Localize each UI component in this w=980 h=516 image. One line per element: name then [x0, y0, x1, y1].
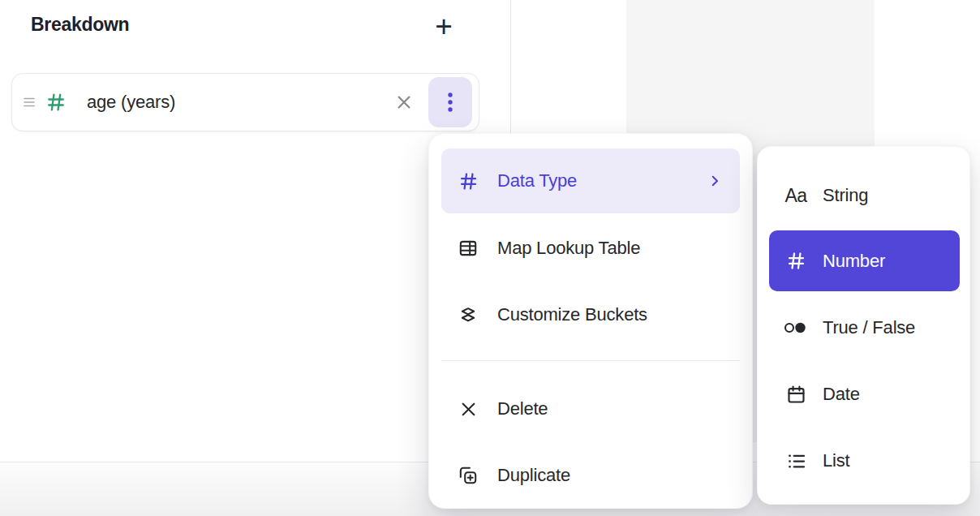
- hash-icon: [782, 250, 810, 272]
- hash-icon: [457, 170, 479, 192]
- add-breakdown-button[interactable]: +: [428, 8, 460, 44]
- submenu-item-number[interactable]: Number: [769, 230, 960, 291]
- field-options-kebab-button[interactable]: [428, 77, 472, 127]
- boolean-circles-icon: [782, 318, 810, 338]
- menu-item-label: Duplicate: [497, 465, 570, 486]
- submenu-item-date[interactable]: Date: [769, 362, 960, 427]
- remove-field-icon[interactable]: [393, 91, 415, 114]
- stack-icon: [457, 304, 479, 325]
- field-context-menu: Data Type Map Lookup Table: [428, 133, 753, 509]
- field-name-label: age (years): [87, 92, 175, 113]
- menu-item-label: Data Type: [497, 170, 577, 191]
- close-icon: [457, 399, 479, 419]
- menu-item-delete[interactable]: Delete: [441, 376, 740, 441]
- breakdown-field-row[interactable]: age (years): [11, 73, 479, 131]
- text-aa-icon: Aa: [782, 185, 810, 207]
- menu-item-label: Delete: [497, 398, 548, 419]
- calendar-icon: [782, 384, 810, 406]
- drag-handle-icon[interactable]: [23, 95, 36, 110]
- submenu-item-true-false[interactable]: True / False: [769, 295, 960, 360]
- submenu-item-label: Date: [823, 384, 860, 405]
- chevron-right-icon: [707, 174, 722, 188]
- table-icon: [457, 238, 479, 259]
- duplicate-icon: [457, 465, 479, 486]
- breakdown-panel: Breakdown + age (years): [0, 0, 980, 516]
- submenu-item-label: Number: [823, 251, 885, 272]
- submenu-item-list[interactable]: List: [769, 428, 960, 493]
- submenu-item-label: String: [823, 185, 868, 206]
- menu-item-customize-buckets[interactable]: Customize Buckets: [441, 282, 740, 347]
- menu-item-label: Customize Buckets: [497, 304, 647, 325]
- menu-item-data-type[interactable]: Data Type: [441, 148, 740, 213]
- number-type-hash-icon: [45, 91, 67, 114]
- submenu-item-label: List: [823, 450, 849, 471]
- submenu-item-label: True / False: [823, 317, 915, 338]
- menu-item-duplicate[interactable]: Duplicate: [441, 443, 740, 508]
- menu-item-label: Map Lookup Table: [497, 238, 640, 259]
- data-type-submenu: Aa String Number True / False: [757, 146, 970, 505]
- list-icon: [782, 450, 810, 472]
- submenu-item-string[interactable]: Aa String: [769, 163, 960, 228]
- page-title: Breakdown: [31, 14, 129, 36]
- menu-item-map-lookup-table[interactable]: Map Lookup Table: [441, 216, 740, 281]
- menu-divider: [441, 360, 740, 361]
